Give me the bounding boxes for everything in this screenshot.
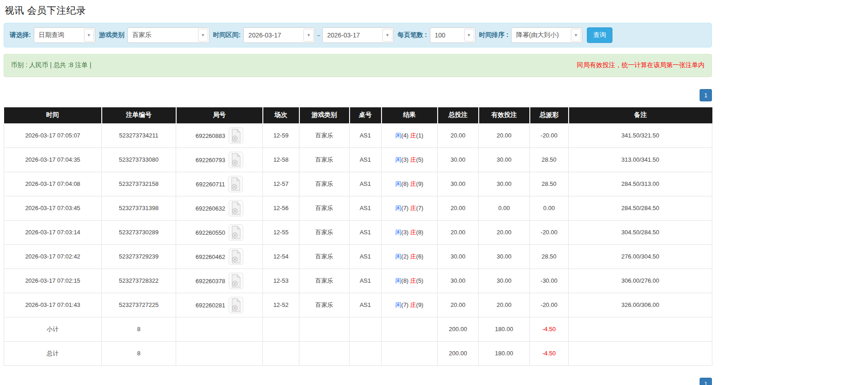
result-banker-label: 庄 bbox=[410, 205, 416, 211]
grand-total-row: 总计 8 200.00 180.00 -4.50 bbox=[4, 341, 712, 365]
grand-total-label: 总计 bbox=[4, 341, 102, 365]
page-title: 视讯 会员下注纪录 bbox=[5, 4, 712, 17]
subtotal-total-bet: 200.00 bbox=[438, 317, 479, 341]
cell-table-no: AS1 bbox=[350, 269, 382, 293]
cell-game-type: 百家乐 bbox=[299, 123, 350, 148]
round-number: 692260281 bbox=[195, 301, 225, 308]
query-type-select[interactable]: 日期查询 ▼ bbox=[34, 27, 95, 43]
video-record-icon[interactable] bbox=[229, 248, 243, 265]
table-row: 2026-03-17 07:02:15 523273728322 6922603… bbox=[4, 269, 712, 293]
grand-total-total-bet: 200.00 bbox=[438, 341, 479, 365]
cell-bet-no: 523273727225 bbox=[102, 293, 176, 317]
bet-table-body: 2026-03-17 07:05:07 523273734211 6922608… bbox=[4, 123, 712, 317]
cell-game-type: 百家乐 bbox=[299, 172, 350, 196]
cell-total-bet[interactable]: 30.00 bbox=[438, 269, 479, 293]
result-banker-score: (9) bbox=[416, 301, 424, 308]
range-separator: ~ bbox=[317, 32, 320, 39]
result-player-label: 闲 bbox=[395, 301, 401, 308]
cell-payout: 0.00 bbox=[530, 196, 569, 220]
col-header-table-no: 桌号 bbox=[350, 107, 382, 123]
subtotal-label: 小计 bbox=[4, 317, 102, 341]
page-root: 视讯 会员下注纪录 请选择: 日期查询 ▼ 游戏类别 百家乐 ▼ 时间区间: 2… bbox=[4, 4, 712, 385]
video-record-icon[interactable] bbox=[228, 176, 243, 192]
chevron-down-icon[interactable]: ▼ bbox=[303, 29, 314, 42]
table-row: 2026-03-17 07:04:08 523273732158 6922607… bbox=[4, 172, 712, 196]
date-to-select[interactable]: 2026-03-17 ▼ bbox=[322, 27, 394, 43]
table-header-row: 时间 注单编号 局号 场次 游戏类别 桌号 结果 总投注 有效投注 总派彩 备注 bbox=[4, 107, 712, 123]
date-from-select[interactable]: 2026-03-17 ▼ bbox=[243, 27, 315, 43]
filter-panel: 请选择: 日期查询 ▼ 游戏类别 百家乐 ▼ 时间区间: 2026-03-17 … bbox=[4, 23, 712, 47]
result-banker-label: 庄 bbox=[410, 301, 416, 308]
cell-game-type: 百家乐 bbox=[299, 148, 350, 172]
cell-remark: 304.50/284.50 bbox=[569, 220, 712, 244]
page-size-select[interactable]: 100 ▼ bbox=[430, 27, 476, 43]
cell-total-bet[interactable]: 30.00 bbox=[438, 148, 479, 172]
cell-table-no: AS1 bbox=[350, 172, 382, 196]
page-1-button[interactable]: 1 bbox=[700, 378, 712, 385]
time-sort-select[interactable]: 降幂(由大到小) ▼ bbox=[511, 27, 582, 43]
page-1-button[interactable]: 1 bbox=[700, 89, 712, 101]
video-record-icon[interactable] bbox=[229, 224, 243, 241]
result-player-label: 闲 bbox=[395, 229, 401, 236]
table-row: 2026-03-17 07:03:14 523273730289 6922605… bbox=[4, 220, 712, 244]
result-banker-label: 庄 bbox=[410, 180, 416, 187]
chevron-down-icon[interactable]: ▼ bbox=[382, 29, 392, 42]
cell-session: 12-56 bbox=[263, 196, 299, 220]
result-player-label: 闲 bbox=[395, 156, 401, 163]
cell-valid-bet: 20.00 bbox=[479, 293, 530, 317]
cell-remark: 313.00/341.50 bbox=[569, 148, 712, 172]
cell-payout: -20.00 bbox=[530, 123, 569, 148]
round-number: 692260378 bbox=[195, 277, 225, 284]
result-player-label: 闲 bbox=[395, 132, 401, 139]
result-banker-score: (6) bbox=[416, 253, 424, 260]
cell-valid-bet: 30.00 bbox=[479, 148, 530, 172]
cell-total-bet[interactable]: 20.00 bbox=[438, 293, 479, 317]
cell-payout: -20.00 bbox=[530, 220, 569, 244]
cell-session: 12-53 bbox=[263, 269, 299, 293]
cell-time: 2026-03-17 07:04:35 bbox=[4, 148, 102, 172]
cell-total-bet[interactable]: 30.00 bbox=[438, 172, 479, 196]
table-row: 2026-03-17 07:04:35 523273733080 6922607… bbox=[4, 148, 712, 172]
cell-total-bet[interactable]: 20.00 bbox=[438, 196, 479, 220]
video-record-icon[interactable] bbox=[229, 127, 243, 144]
result-player-score: (3) bbox=[401, 229, 408, 236]
cell-payout: 28.50 bbox=[530, 148, 569, 172]
cell-total-bet[interactable]: 20.00 bbox=[438, 123, 479, 148]
col-header-bet-no: 注单编号 bbox=[102, 107, 176, 123]
round-number: 692260793 bbox=[195, 156, 225, 163]
game-type-select[interactable]: 百家乐 ▼ bbox=[127, 27, 209, 43]
chevron-down-icon[interactable]: ▼ bbox=[464, 29, 474, 42]
cell-total-bet[interactable]: 20.00 bbox=[438, 220, 479, 244]
subtotal-valid-bet: 180.00 bbox=[479, 317, 530, 341]
cell-bet-no: 523273732158 bbox=[102, 172, 176, 196]
cell-valid-bet: 0.00 bbox=[479, 196, 530, 220]
table-row: 2026-03-17 07:03:45 523273731398 6922606… bbox=[4, 196, 712, 220]
cell-round-no: 692260632 bbox=[176, 196, 263, 220]
cell-round-no: 692260883 bbox=[176, 123, 263, 148]
round-number: 692260711 bbox=[196, 180, 225, 187]
cell-valid-bet: 30.00 bbox=[479, 172, 530, 196]
result-player-score: (7) bbox=[401, 205, 408, 211]
chevron-down-icon[interactable]: ▼ bbox=[84, 29, 94, 42]
video-record-icon[interactable] bbox=[229, 200, 243, 216]
cell-game-type: 百家乐 bbox=[299, 244, 350, 269]
video-record-icon[interactable] bbox=[229, 273, 243, 289]
cell-time: 2026-03-17 07:03:45 bbox=[4, 196, 102, 220]
cell-payout: 28.50 bbox=[530, 172, 569, 196]
cell-valid-bet: 20.00 bbox=[479, 220, 530, 244]
video-record-icon[interactable] bbox=[229, 152, 243, 168]
chevron-down-icon[interactable]: ▼ bbox=[198, 29, 208, 42]
cell-total-bet[interactable]: 30.00 bbox=[438, 244, 479, 269]
cell-game-type: 百家乐 bbox=[299, 220, 350, 244]
table-row: 2026-03-17 07:01:43 523273727225 6922602… bbox=[4, 293, 712, 317]
chevron-down-icon[interactable]: ▼ bbox=[571, 29, 581, 42]
result-banker-label: 庄 bbox=[410, 253, 416, 260]
result-player-score: (2) bbox=[401, 253, 408, 260]
cell-bet-no: 523273731398 bbox=[102, 196, 176, 220]
search-button[interactable]: 查询 bbox=[587, 27, 612, 43]
result-banker-score: (5) bbox=[416, 277, 424, 284]
cell-valid-bet: 20.00 bbox=[479, 123, 530, 148]
video-record-icon[interactable] bbox=[229, 297, 243, 313]
cell-table-no: AS1 bbox=[350, 148, 382, 172]
result-player-label: 闲 bbox=[395, 180, 401, 187]
